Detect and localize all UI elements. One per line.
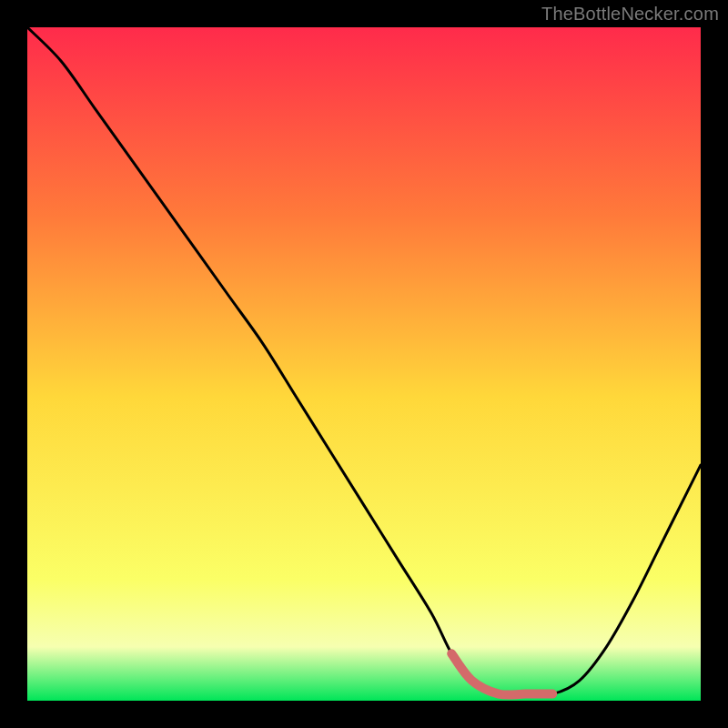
- svg-rect-0: [27, 27, 701, 701]
- attribution-label: TheBottleNecker.com: [541, 4, 719, 25]
- plot-frame: [27, 27, 701, 701]
- plot-gradient-bg: [27, 27, 701, 701]
- chart-root: TheBottleNecker.com: [0, 0, 728, 728]
